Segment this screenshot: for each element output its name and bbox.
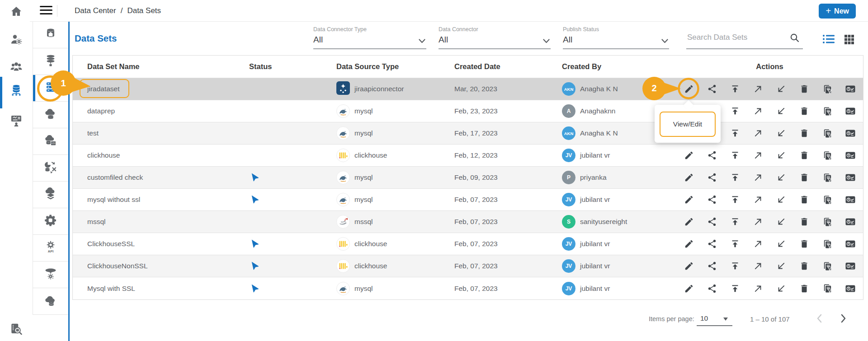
action-publish-upload-icon[interactable] <box>730 150 741 161</box>
data-catalog-search-icon[interactable] <box>9 322 24 337</box>
previous-page-button[interactable] <box>814 313 826 326</box>
sidebar-item-cloud-layers[interactable] <box>33 182 68 208</box>
action-copy-filter-icon[interactable] <box>822 84 833 94</box>
action-publish-upload-icon[interactable] <box>730 128 741 139</box>
action-edit-icon[interactable] <box>684 84 694 94</box>
sidebar-item-datasets-server[interactable] <box>33 75 68 102</box>
grid-view-icon[interactable] <box>844 35 854 46</box>
action-delete-icon[interactable] <box>799 106 810 117</box>
action-delete-icon[interactable] <box>799 261 810 271</box>
action-publish-upload-icon[interactable] <box>730 261 741 271</box>
items-per-page-caret-icon[interactable] <box>723 318 728 321</box>
table-row[interactable]: dataprep mysql Feb, 23, 2023 AAnaghaknn <box>73 100 863 122</box>
action-publish-upload-icon[interactable] <box>730 216 741 227</box>
action-share-icon[interactable] <box>707 216 717 227</box>
action-delete-icon[interactable] <box>799 194 810 205</box>
dataset-name[interactable]: customfiled check <box>87 173 143 181</box>
action-edit-icon[interactable] <box>684 216 694 227</box>
action-delete-icon[interactable] <box>799 283 810 294</box>
action-share-icon[interactable] <box>707 283 717 294</box>
table-row[interactable]: customfiled check mysql Feb, 09, 2023 Pp… <box>73 167 863 189</box>
action-delete-icon[interactable] <box>799 128 810 139</box>
action-delete-icon[interactable] <box>799 172 810 183</box>
search-icon[interactable] <box>789 33 800 45</box>
list-view-icon[interactable] <box>822 34 835 46</box>
action-open-northeast-icon[interactable] <box>753 150 764 161</box>
sidebar-item-data-flow-pie[interactable] <box>33 155 68 182</box>
items-per-page-select[interactable]: 10 <box>700 314 708 322</box>
action-edit-icon[interactable] <box>684 261 694 271</box>
action-usage-stats-icon[interactable] <box>845 283 856 294</box>
sidebar-item-database-home[interactable] <box>33 22 68 48</box>
sidebar-item-cloud-dataset[interactable] <box>33 288 68 315</box>
action-import-southwest-icon[interactable] <box>776 283 787 294</box>
action-open-northeast-icon[interactable] <box>753 106 764 117</box>
action-open-northeast-icon[interactable] <box>753 172 764 183</box>
action-usage-stats-icon[interactable] <box>845 128 856 139</box>
action-copy-filter-icon[interactable] <box>822 172 833 183</box>
data-connector-select[interactable]: Data Connector All <box>439 26 551 45</box>
action-open-northeast-icon[interactable] <box>753 128 764 139</box>
action-import-southwest-icon[interactable] <box>776 128 787 139</box>
table-row[interactable]: test mysql Feb, 17, 2023 AKNAnagha K N <box>73 122 863 145</box>
table-row[interactable]: ClickhouseNonSSL clickhouse Feb, 07, 202… <box>73 255 863 277</box>
dataset-name[interactable]: test <box>87 129 99 137</box>
action-usage-stats-icon[interactable] <box>845 216 856 227</box>
dataset-name[interactable]: mssql <box>87 218 105 225</box>
action-copy-filter-icon[interactable] <box>822 261 833 271</box>
action-open-northeast-icon[interactable] <box>753 216 764 227</box>
home-icon[interactable] <box>9 4 24 19</box>
data-connector-type-select[interactable]: Data Connector Type All <box>313 26 426 45</box>
action-publish-upload-icon[interactable] <box>730 194 741 205</box>
action-open-northeast-icon[interactable] <box>753 84 764 94</box>
dataset-name[interactable]: dataprep <box>87 107 115 115</box>
action-edit-icon[interactable] <box>684 283 694 294</box>
action-copy-filter-icon[interactable] <box>822 283 833 294</box>
sidebar-item-data-engine-gear[interactable] <box>33 208 68 235</box>
next-page-button[interactable] <box>837 313 849 326</box>
action-usage-stats-icon[interactable] <box>845 194 856 205</box>
action-import-southwest-icon[interactable] <box>776 216 787 227</box>
action-edit-icon[interactable] <box>684 194 694 205</box>
dataset-name[interactable]: ClickhouseNonSSL <box>87 262 148 270</box>
action-share-icon[interactable] <box>707 84 717 94</box>
action-edit-icon[interactable] <box>684 172 694 183</box>
table-row[interactable]: ClickhouseSSL clickhouse Feb, 07, 2023 J… <box>73 233 863 255</box>
action-open-northeast-icon[interactable] <box>753 194 764 205</box>
table-row[interactable]: mssql mssql Feb, 07, 2023 Ssanityusereig… <box>73 211 863 233</box>
action-usage-stats-icon[interactable] <box>845 84 856 94</box>
action-edit-icon[interactable] <box>684 150 694 161</box>
sidebar-item-api-gear[interactable]: API <box>33 235 68 262</box>
action-delete-icon[interactable] <box>799 150 810 161</box>
action-import-southwest-icon[interactable] <box>776 150 787 161</box>
user-groups-icon[interactable] <box>9 59 24 74</box>
action-publish-upload-icon[interactable] <box>730 238 741 249</box>
action-copy-filter-icon[interactable] <box>822 106 833 117</box>
action-publish-upload-icon[interactable] <box>730 283 741 294</box>
new-button[interactable]: + New <box>819 4 856 19</box>
action-share-icon[interactable] <box>707 261 717 271</box>
data-center-icon[interactable] <box>9 82 24 98</box>
action-copy-filter-icon[interactable] <box>822 216 833 227</box>
action-share-icon[interactable] <box>707 194 717 205</box>
action-publish-upload-icon[interactable] <box>730 84 741 94</box>
action-edit-icon[interactable] <box>684 238 694 249</box>
action-usage-stats-icon[interactable] <box>845 172 856 183</box>
search-input[interactable] <box>686 33 783 42</box>
action-open-northeast-icon[interactable] <box>753 238 764 249</box>
breadcrumb-data-sets[interactable]: Data Sets <box>127 6 161 15</box>
action-import-southwest-icon[interactable] <box>776 84 787 94</box>
sidebar-item-database-stack[interactable] <box>33 48 68 75</box>
breadcrumb-data-center[interactable]: Data Center <box>75 6 116 15</box>
table-row[interactable]: jiradataset jiraapiconnector Mar, 20, 20… <box>73 78 863 100</box>
action-share-icon[interactable] <box>707 150 717 161</box>
action-usage-stats-icon[interactable] <box>845 106 856 117</box>
action-usage-stats-icon[interactable] <box>845 150 856 161</box>
menu-toggle-button[interactable] <box>40 6 53 16</box>
action-usage-stats-icon[interactable] <box>845 238 856 249</box>
action-open-northeast-icon[interactable] <box>753 283 764 294</box>
dataset-name[interactable]: mysql without ssl <box>87 196 140 203</box>
action-copy-filter-icon[interactable] <box>822 150 833 161</box>
table-row[interactable]: Mysql with SSL mysql Feb, 07, 2023 JVjub… <box>73 277 863 299</box>
sidebar-item-data-funnel[interactable] <box>33 262 68 288</box>
